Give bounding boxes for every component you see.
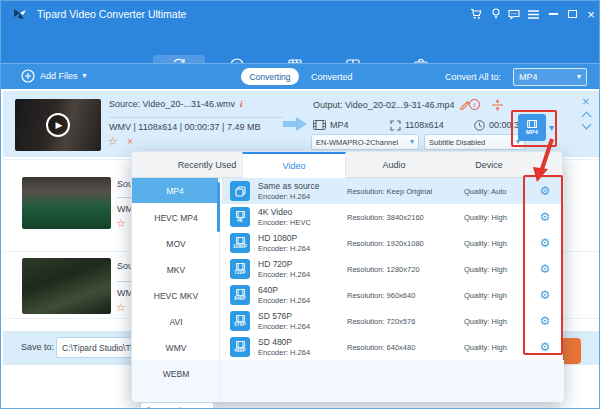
feedback-icon[interactable] <box>505 1 523 27</box>
add-files-caret-icon[interactable]: ▾ <box>83 72 87 80</box>
add-files-button[interactable]: Add Files ▾ <box>21 69 87 83</box>
profile-resolution: Resolution: 1280x720 <box>347 256 420 282</box>
file-row-1[interactable]: ▶ Source: Video_20-...31-46.wmv i WMV | … <box>3 91 599 157</box>
tab-converted[interactable]: Converted <box>311 72 353 82</box>
save-to-label: Save to: <box>21 342 54 352</box>
lightbulb-icon[interactable] <box>487 1 505 27</box>
app-logo-icon <box>12 6 28 22</box>
copy-badge-icon <box>230 181 250 201</box>
move-down-icon[interactable] <box>582 120 592 130</box>
convert-all-value: MP4 <box>519 72 538 82</box>
profile-name: HD 1080P <box>258 233 297 243</box>
format-item-avi[interactable]: AVI <box>132 309 220 334</box>
minimize-button[interactable] <box>544 1 562 27</box>
profile-row-480p[interactable]: 480P SD 480P Encoder: H.264 Resolution: … <box>222 334 564 360</box>
play-button[interactable]: ▶ <box>46 113 70 137</box>
film-badge-icon: 4K <box>230 207 250 227</box>
effect-star-icon[interactable]: ☆ <box>116 302 126 313</box>
profile-row-same-as-source[interactable]: Same as source Encoder: H.264 Resolution… <box>222 178 564 204</box>
divider <box>109 117 283 118</box>
profile-row-4k[interactable]: 4K 4K Video Encoder: HEVC Resolution: 38… <box>222 204 564 230</box>
maximize-button[interactable] <box>563 1 581 27</box>
menu-icon[interactable] <box>524 1 542 27</box>
film-badge-icon: 640P <box>230 285 250 305</box>
profile-resolution: Resolution: 3840x2160 <box>347 204 424 230</box>
profile-quality: Quality: High <box>464 334 507 360</box>
profile-quality: Quality: High <box>464 308 507 334</box>
film-badge-icon: 720P <box>230 259 250 279</box>
profile-encoder: Encoder: H.264 <box>258 322 310 331</box>
profile-quality: Quality: High <box>464 204 507 230</box>
app-title: Tipard Video Converter Ultimate <box>37 1 186 27</box>
app-window: Tipard Video Converter Ultimate × Conver… <box>0 0 600 409</box>
panel-tab-video[interactable]: Video <box>242 152 346 178</box>
audio-track-value: EN-WMAPRO-2Channel <box>316 138 398 147</box>
divider <box>117 197 131 198</box>
source-filename: Source: Video_20-...31-46.wmv <box>109 99 235 109</box>
output-format: MP4 <box>330 120 349 130</box>
source-meta: WMV | 1108x614 | 00:00:37 | 7.49 MB <box>109 122 260 132</box>
audio-track-dropdown[interactable]: EN-WMAPRO-2Channel ▾ <box>311 134 419 150</box>
profile-quality: Quality: High <box>464 256 507 282</box>
profile-quality: Quality: High <box>464 282 507 308</box>
format-film-icon <box>313 120 326 130</box>
profile-name: 640P <box>258 285 278 295</box>
profile-quality: Quality: High <box>464 230 507 256</box>
convert-arrow-icon <box>283 117 307 131</box>
profile-name: SD 576P <box>258 311 292 321</box>
format-item-mp4[interactable]: MP4 <box>132 178 218 203</box>
format-item-hevc-mkv[interactable]: HEVC MKV <box>132 283 220 308</box>
compress-icon[interactable] <box>491 99 504 111</box>
panel-tab-bar: Recently Used Video Audio Device <box>132 152 562 178</box>
format-item-mov[interactable]: MOV <box>132 231 220 256</box>
add-files-label: Add Files <box>40 71 78 81</box>
panel-tab-audio[interactable]: Audio <box>346 152 442 178</box>
cart-icon[interactable] <box>467 1 485 27</box>
subtitle-dropdown[interactable]: Subtitle Disabled ▾ <box>424 134 525 150</box>
subtitle-value: Subtitle Disabled <box>429 138 485 147</box>
remove-file-icon[interactable]: × <box>582 95 590 108</box>
format-list-scrollbar[interactable] <box>217 182 220 232</box>
convert-all-dropdown[interactable]: MP4 ▾ <box>513 68 587 86</box>
profile-encoder: Encoder: H.264 <box>258 348 310 357</box>
effect-star-icon[interactable]: ☆ <box>108 136 118 147</box>
format-selector-panel: Recently Used Video Audio Device MP4 HEV… <box>131 151 563 401</box>
profile-name: SD 480P <box>258 337 292 347</box>
format-search-box[interactable] <box>140 402 214 409</box>
profile-resolution: Resolution: 720x576 <box>347 308 415 334</box>
output-info-icon[interactable]: i <box>469 99 480 110</box>
profile-row-576p[interactable]: 576P SD 576P Encoder: H.264 Resolution: … <box>222 308 564 334</box>
video-thumbnail-3 <box>22 258 111 314</box>
convert-all-to-label: Convert All to: <box>445 72 501 82</box>
profile-row-1080p[interactable]: 1080P HD 1080P Encoder: H.264 Resolution… <box>222 230 564 256</box>
source-info-icon[interactable]: i <box>240 99 243 109</box>
format-item-wmv[interactable]: WMV <box>132 335 220 360</box>
video-thumbnail-2 <box>22 177 111 229</box>
profile-encoder: Encoder: H.264 <box>258 192 310 201</box>
format-item-mkv[interactable]: MKV <box>132 257 220 282</box>
film-badge-icon: 480P <box>230 337 250 357</box>
output-resolution: 1108x614 <box>405 120 444 130</box>
close-button[interactable]: × <box>582 1 600 27</box>
add-circle-icon <box>21 69 35 83</box>
profile-encoder: Encoder: H.264 <box>258 296 310 305</box>
profile-resolution: Resolution: 1920x1080 <box>347 230 424 256</box>
resolution-icon <box>390 120 401 131</box>
profile-name: Same as source <box>258 181 319 191</box>
format-item-hevc-mp4[interactable]: HEVC MP4 <box>132 205 220 230</box>
effect-star-icon[interactable]: ☆ <box>116 218 126 229</box>
profile-row-720p[interactable]: 720P HD 720P Encoder: H.264 Resolution: … <box>222 256 564 282</box>
profile-encoder: Encoder: H.264 <box>258 270 310 279</box>
convert-all-caret-icon: ▾ <box>577 73 581 81</box>
profile-resolution: Resolution: Keep Original <box>347 178 432 204</box>
profile-row-640p[interactable]: 640P 640P Encoder: H.264 Resolution: 960… <box>222 282 564 308</box>
cut-x-icon[interactable]: × <box>127 137 133 147</box>
format-list: MP4 HEVC MP4 MOV MKV HEVC MKV AVI WMV WE… <box>132 178 220 402</box>
profile-resolution: Resolution: 640x480 <box>347 334 415 360</box>
tab-converting[interactable]: Converting <box>241 68 299 85</box>
play-icon: ▶ <box>56 120 63 130</box>
profile-name: 4K Video <box>258 207 292 217</box>
format-item-webm[interactable]: WEBM <box>132 361 220 386</box>
title-bar: Tipard Video Converter Ultimate × <box>1 1 600 27</box>
divider <box>117 281 131 282</box>
